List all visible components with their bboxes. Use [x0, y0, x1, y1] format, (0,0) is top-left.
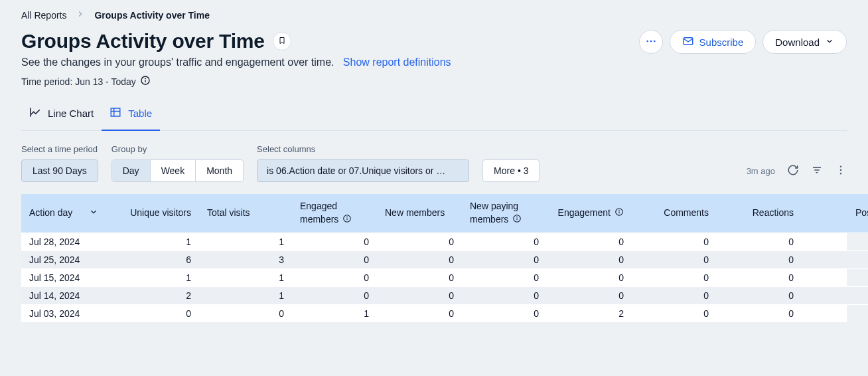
cell-new_members: 0: [377, 305, 462, 323]
cell-posts: 0: [802, 233, 868, 251]
data-table: Action day Unique visitors Total visits …: [21, 194, 847, 322]
tab-table[interactable]: Table: [102, 106, 160, 131]
download-button[interactable]: Download: [762, 30, 847, 54]
cell-total_visits: 1: [199, 287, 292, 305]
subscribe-label: Subscribe: [699, 37, 744, 48]
groupby-month[interactable]: Month: [196, 160, 243, 181]
cell-new_paying_members: 0: [462, 305, 547, 323]
more-actions-button[interactable]: [639, 30, 663, 54]
chevron-down-icon: [825, 37, 834, 48]
cell-engagement: 0: [547, 233, 632, 251]
table-row[interactable]: Jul 15, 2024110000000: [21, 269, 868, 287]
table-row[interactable]: Jul 03, 2024001002002: [21, 305, 868, 323]
svg-point-14: [840, 169, 841, 171]
mail-icon: [682, 35, 694, 49]
cell-new_paying_members: 0: [462, 287, 547, 305]
info-icon[interactable]: [615, 207, 624, 220]
cell-unique_visitors: 2: [106, 287, 199, 305]
cell-engaged_members: 0: [292, 233, 377, 251]
groupby-week[interactable]: Week: [151, 160, 196, 181]
info-icon[interactable]: [342, 214, 352, 227]
cell-total_visits: 1: [199, 233, 292, 251]
cell-engaged_members: 0: [292, 269, 377, 287]
groupby-day[interactable]: Day: [112, 160, 151, 181]
download-label: Download: [775, 37, 820, 48]
columns-selector[interactable]: is 06.Action date or 07.Unique visitors …: [257, 159, 469, 182]
cell-unique_visitors: 1: [106, 233, 199, 251]
time-period-label: Time period: Jun 13 - Today: [21, 76, 136, 87]
cell-reactions: 0: [717, 233, 802, 251]
col-unique-visitors[interactable]: Unique visitors: [106, 194, 199, 233]
subscribe-button[interactable]: Subscribe: [670, 30, 757, 54]
table-menu-button[interactable]: [835, 164, 847, 178]
info-icon[interactable]: [140, 75, 151, 88]
col-reactions[interactable]: Reactions: [717, 194, 802, 233]
cell-new_members: 0: [377, 269, 462, 287]
breadcrumb-root[interactable]: All Reports: [21, 10, 66, 21]
more-vertical-icon: [835, 164, 847, 178]
time-period: Time period: Jun 13 - Today: [21, 75, 847, 88]
bookmark-button[interactable]: [273, 32, 291, 50]
cell-action_day: Jul 28, 2024: [21, 233, 106, 251]
refresh-button[interactable]: [787, 164, 799, 178]
cell-comments: 0: [632, 269, 717, 287]
cell-comments: 0: [632, 233, 717, 251]
tab-line-chart[interactable]: Line Chart: [21, 106, 102, 131]
tab-table-label: Table: [128, 108, 152, 119]
tab-line-chart-label: Line Chart: [48, 108, 94, 119]
table-row[interactable]: Jul 25, 2024630000000: [21, 251, 868, 269]
cell-comments: 0: [632, 251, 717, 269]
col-posts[interactable]: Posts: [802, 194, 868, 233]
cell-engagement: 2: [547, 305, 632, 323]
col-new-paying-members[interactable]: New paying members: [462, 194, 547, 233]
filter-button[interactable]: [811, 164, 823, 178]
more-horizontal-icon: [645, 35, 657, 49]
filter-icon: [811, 164, 823, 178]
svg-point-0: [646, 40, 648, 42]
cell-total_visits: 0: [199, 305, 292, 323]
cell-comments: 0: [632, 287, 717, 305]
cell-action_day: Jul 03, 2024: [21, 305, 106, 323]
col-new-members[interactable]: New members: [377, 194, 462, 233]
cell-engagement: 0: [547, 251, 632, 269]
col-action-day[interactable]: Action day: [21, 194, 106, 233]
svg-point-21: [517, 217, 518, 217]
svg-point-6: [145, 78, 145, 79]
more-filters-button[interactable]: More • 3: [482, 159, 540, 182]
refresh-icon: [787, 164, 799, 178]
cell-new_paying_members: 0: [462, 233, 547, 251]
last-updated: 3m ago: [747, 166, 775, 176]
svg-point-24: [619, 210, 620, 211]
time-period-selector[interactable]: Last 90 Days: [21, 159, 98, 182]
cell-unique_visitors: 6: [106, 251, 199, 269]
cell-new_paying_members: 0: [462, 251, 547, 269]
svg-point-15: [840, 173, 841, 174]
col-comments[interactable]: Comments: [632, 194, 717, 233]
cell-reactions: 0: [717, 251, 802, 269]
chevron-right-icon: [76, 9, 85, 21]
view-tabs: Line Chart Table: [21, 106, 847, 131]
cell-reactions: 0: [717, 269, 802, 287]
table-row[interactable]: Jul 28, 2024110000000: [21, 233, 868, 251]
col-engagement[interactable]: Engagement: [547, 194, 632, 233]
col-total-visits[interactable]: Total visits: [199, 194, 292, 233]
col-engaged-members[interactable]: Engaged members: [292, 194, 377, 233]
cell-unique_visitors: 0: [106, 305, 199, 323]
breadcrumb-current: Groups Activity over Time: [94, 10, 210, 21]
report-definitions-link[interactable]: Show report definitions: [343, 56, 451, 68]
svg-point-2: [653, 40, 655, 42]
page-title: Groups Activity over Time: [21, 30, 265, 52]
cell-engaged_members: 0: [292, 251, 377, 269]
cell-action_day: Jul 14, 2024: [21, 287, 106, 305]
info-icon[interactable]: [512, 214, 522, 227]
svg-rect-7: [111, 108, 120, 116]
cell-action_day: Jul 15, 2024: [21, 269, 106, 287]
table-row[interactable]: Jul 14, 2024210000000: [21, 287, 868, 305]
page-subtitle: See the changes in your groups' traffic …: [21, 56, 847, 68]
groupby-segment: Day Week Month: [111, 159, 244, 182]
svg-point-1: [650, 40, 652, 42]
cell-posts: 2: [802, 305, 868, 323]
cell-new_members: 0: [377, 233, 462, 251]
groupby-label: Group by: [111, 144, 244, 154]
bookmark-icon: [278, 36, 286, 47]
